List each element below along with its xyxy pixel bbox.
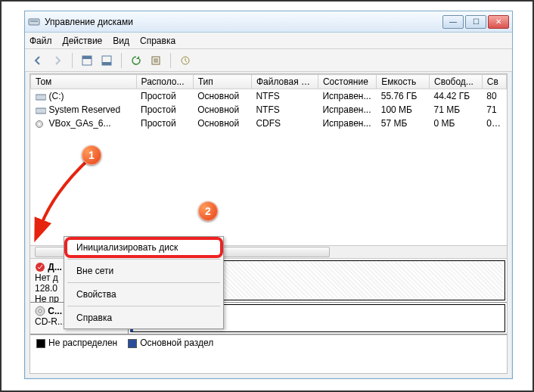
legend-primary: Основной раздел [128, 338, 213, 348]
col-type[interactable]: Тип [193, 75, 251, 89]
ctx-offline[interactable]: Вне сети [66, 262, 222, 280]
forward-button[interactable] [49, 52, 66, 69]
menubar: Файл Действие Вид Справка [25, 33, 512, 49]
cell-free: 71 МБ [430, 103, 483, 117]
back-button[interactable] [29, 52, 46, 69]
cell-fs: CDFS [251, 117, 318, 130]
cell-layout: Простой [136, 117, 193, 130]
window-title: Управление дисками [45, 17, 442, 27]
svg-point-14 [39, 310, 42, 313]
toolbar-separator [170, 53, 171, 68]
menu-view[interactable]: Вид [113, 36, 129, 46]
toolbar-separator [72, 53, 73, 68]
cell-fs: NTFS [251, 103, 318, 117]
cd-name: C... [48, 306, 62, 316]
cell-layout: Простой [136, 103, 193, 117]
ctx-separator [67, 306, 220, 306]
svg-rect-5 [102, 62, 111, 65]
refresh-button[interactable] [128, 52, 144, 69]
legend-unallocated: Не распределен [36, 338, 117, 348]
col-layout[interactable]: Располо... [136, 75, 193, 89]
cell-volume: (C:) [31, 89, 137, 104]
svg-rect-8 [36, 95, 46, 100]
menu-file[interactable]: Файл [29, 36, 52, 46]
volume-table: Том Располо... Тип Файловая с... Состоян… [30, 74, 507, 130]
disk-error-icon [35, 262, 45, 272]
disk-name: Д... [48, 262, 62, 272]
cell-type: Основной [193, 89, 251, 104]
col-fs[interactable]: Файловая с... [251, 75, 318, 89]
ctx-help[interactable]: Справка [66, 309, 222, 327]
svg-rect-3 [82, 56, 92, 59]
cell-volume: VBox_GAs_6... [31, 117, 137, 130]
cell-pct: 80 [482, 89, 506, 104]
view-bottom-button[interactable] [98, 52, 115, 69]
cell-state: Исправен... [318, 117, 376, 130]
cell-fs: NTFS [251, 89, 318, 104]
table-row[interactable]: System ReservedПростойОсновнойNTFSИсправ… [31, 103, 507, 117]
ctx-properties[interactable]: Свойства [66, 285, 222, 303]
ctx-initialize-disk[interactable]: Инициализировать диск [66, 238, 222, 257]
cell-capacity: 55.76 ГБ [377, 89, 430, 104]
svg-rect-9 [36, 108, 46, 114]
cd-line1: CD-R... [35, 316, 65, 327]
cell-type: Основной [193, 103, 251, 117]
window-buttons: — ☐ ✕ [442, 15, 509, 29]
col-free[interactable]: Свобод... [430, 75, 483, 89]
menu-action[interactable]: Действие [63, 36, 103, 46]
toolbar [25, 49, 512, 72]
view-top-button[interactable] [79, 52, 95, 69]
settings-button[interactable] [147, 52, 164, 69]
maximize-button[interactable]: ☐ [465, 15, 486, 29]
col-pct[interactable]: Св [482, 75, 506, 89]
disk-line1: Нет д [35, 272, 58, 283]
app-icon [28, 16, 40, 28]
cell-type: Основной [193, 117, 251, 130]
annotation-marker-1: 1 [82, 145, 101, 165]
ctx-separator [67, 282, 220, 283]
ctx-separator [67, 259, 220, 260]
action-button[interactable] [177, 52, 194, 69]
close-button[interactable]: ✕ [488, 15, 509, 29]
svg-point-11 [38, 123, 40, 125]
cell-pct: 71 [482, 103, 506, 117]
cell-pct: 0 % [482, 117, 506, 130]
col-capacity[interactable]: Емкость [377, 75, 430, 89]
cd-icon [35, 306, 45, 316]
context-menu: Инициализировать диск Вне сети Свойства … [64, 236, 224, 329]
cell-capacity: 100 МБ [377, 103, 430, 117]
legend: Не распределен Основной раздел [30, 334, 507, 351]
cell-volume: System Reserved [31, 103, 137, 117]
cell-capacity: 57 МБ [377, 117, 430, 130]
cell-free: 0 МБ [430, 117, 483, 130]
toolbar-separator [121, 53, 122, 68]
cell-layout: Простой [136, 89, 193, 104]
col-state[interactable]: Состояние [318, 75, 376, 89]
menu-help[interactable]: Справка [140, 36, 175, 46]
annotation-marker-2: 2 [198, 201, 218, 221]
svg-rect-1 [30, 20, 38, 22]
cell-free: 44.42 ГБ [430, 89, 483, 104]
cell-state: Исправен... [318, 89, 376, 104]
titlebar[interactable]: Управление дисками — ☐ ✕ [25, 11, 512, 33]
col-volume[interactable]: Том [31, 75, 137, 89]
cell-state: Исправен... [318, 103, 376, 117]
table-row[interactable]: VBox_GAs_6...ПростойОсновнойCDFSИсправен… [31, 117, 507, 130]
minimize-button[interactable]: — [442, 15, 464, 29]
table-row[interactable]: (C:)ПростойОсновнойNTFSИсправен...55.76 … [31, 89, 507, 104]
disk-line2: 128.0 [35, 283, 57, 294]
